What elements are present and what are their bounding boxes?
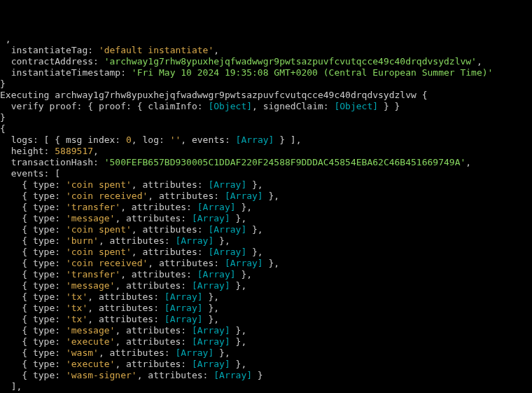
event-type: 'coin spent' [66,247,132,257]
event-type: 'coin spent' [66,224,132,235]
event-type: 'coin received' [66,258,148,268]
event-type: 'execute' [66,336,115,347]
arr-ref: [Array] [197,202,236,212]
arr-ref: [Array] [208,179,246,190]
arr-ref: [Array] [236,135,274,145]
event-type: 'tx' [66,314,88,324]
executing-line: Executing archway1g7rhw8ypuxhejqfwadwwgr… [0,90,427,100]
arr-ref: [Array] [192,359,230,369]
log-value: '' [170,135,181,145]
arr-ref: [Array] [175,347,214,358]
arr-ref: [Array] [164,314,203,324]
val-instantiateTimestamp: 'Fri May 10 2024 19:35:08 GMT+0200 (Cent… [132,67,493,78]
arr-ref: [Array] [214,370,252,380]
terminal-output: , instantiateTag: 'default instantiate',… [0,34,532,393]
arr-ref: [Array] [197,269,236,280]
arr-ref: [Array] [192,325,230,336]
event-type: 'execute' [66,359,115,369]
arr-ref: [Array] [208,247,246,257]
arr-ref: [Array] [192,213,230,223]
arr-ref: [Array] [192,336,230,347]
height: 5889517 [55,146,93,156]
val-instantiateTag: 'default instantiate' [99,45,214,55]
arr-ref: [Array] [225,191,263,201]
event-type: 'message' [66,280,115,291]
val-contractAddress: 'archway1g7rhw8ypuxhejqfwadwwgr9pwtsazpu… [104,56,477,67]
event-type: 'tx' [66,291,88,302]
obj-ref: [Object] [208,101,252,111]
event-type: 'transfer' [66,269,120,280]
event-type: 'transfer' [66,202,120,212]
event-type: 'wasm' [66,347,99,358]
obj-ref: [Object] [334,101,378,111]
arr-ref: [Array] [192,280,230,291]
arr-ref: [Array] [164,291,203,302]
tx-hash: '500FEFB657BD930005C1DDAF220F24588F9DDDA… [104,157,466,167]
msg-index: 0 [126,135,132,145]
event-type: 'message' [66,325,115,336]
event-type: 'tx' [66,303,88,313]
arr-ref: [Array] [175,235,214,246]
event-type: 'coin received' [66,191,148,201]
arr-ref: [Array] [208,224,246,235]
arr-ref: [Array] [225,258,263,268]
arr-ref: [Array] [164,303,203,313]
event-type: 'coin spent' [66,179,132,190]
event-type: 'wasm-signer' [66,370,137,380]
event-type: 'burn' [66,235,99,246]
event-type: 'message' [66,213,115,223]
